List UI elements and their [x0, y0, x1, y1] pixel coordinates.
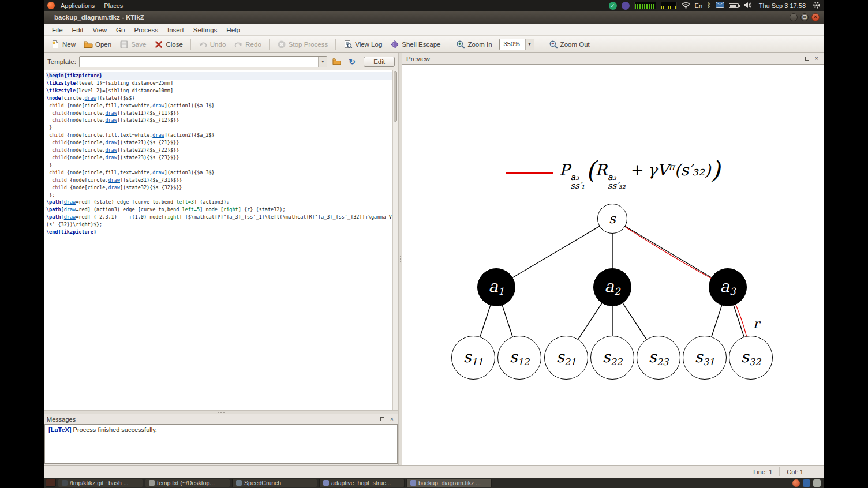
places-menu[interactable]: Places — [99, 2, 128, 9]
indicator-applet-icon[interactable] — [622, 2, 630, 10]
taskbar-item[interactable]: backup_diagram.tikz ... — [406, 479, 492, 487]
new-label: New — [62, 41, 76, 48]
taskbar-item[interactable]: SpeedCrunch — [232, 479, 317, 487]
code-line-10[interactable]: child{node[circle,draw](state21){$s_{21}… — [46, 139, 392, 147]
code-line-8[interactable]: } — [46, 124, 392, 132]
code-line-15[interactable]: child {node[circle,draw](state31){$s_{31… — [46, 177, 392, 184]
toolbar-separator — [541, 39, 541, 50]
toolbar-separator — [269, 39, 270, 50]
taskbar-icon-3[interactable] — [813, 479, 821, 487]
open-button[interactable]: Open — [80, 38, 115, 51]
scrollbar-thumb[interactable] — [394, 71, 397, 122]
zoomout-button[interactable]: Zoom Out — [545, 38, 593, 51]
template-reload-icon[interactable]: ↻ — [346, 55, 358, 68]
preview-close-icon[interactable]: × — [813, 55, 820, 62]
messages-close-icon[interactable]: × — [388, 416, 395, 423]
mail-icon[interactable] — [716, 2, 724, 9]
messages-panel: Messages × [LaTeX] Process finished succ… — [44, 414, 398, 465]
menu-insert[interactable]: Insert — [163, 26, 189, 34]
taskbar-item-label: backup_diagram.tikz ... — [418, 479, 481, 486]
template-dropdown-arrow[interactable]: ▾ — [318, 57, 327, 67]
taskbar-icon-1[interactable] — [792, 479, 800, 487]
code-line-1[interactable]: \begin{tikzpicture} — [46, 72, 392, 80]
code-line-11[interactable]: child{node[circle,draw](state22){$s_{22}… — [46, 147, 392, 154]
code-line-20[interactable]: \path[draw=red] (-2.3,1) -- +(1,0) node[… — [46, 213, 392, 221]
code-line-5[interactable]: child {node[circle,fill,text=white,draw]… — [46, 102, 392, 110]
code-line-16[interactable]: child {node[circle,draw](state32){$s_{32… — [46, 184, 392, 192]
save-label: Save — [131, 41, 146, 48]
code-line-3[interactable]: \tikzstyle{level 2}=[sibling distance=10… — [46, 87, 392, 95]
volume-icon[interactable] — [743, 2, 752, 10]
maximize-button[interactable]: ▢ — [800, 13, 809, 21]
code-editor[interactable]: \begin{tikzpicture}\tikzstyle{level 1}=[… — [44, 70, 398, 410]
menu-settings[interactable]: Settings — [189, 26, 222, 34]
template-edit-button[interactable]: Edit — [364, 57, 395, 67]
editor-preview-splitter[interactable] — [398, 53, 402, 465]
messages-float-icon[interactable] — [379, 416, 386, 423]
menu-help[interactable]: Help — [222, 26, 245, 34]
zoomin-button[interactable]: Zoom In — [452, 38, 495, 51]
menu-bar: FileEditViewGoProcessInsertSettingsHelp — [44, 24, 824, 36]
window-titlebar[interactable]: backup_diagram.tikz - KTikZ – ▢ × — [44, 11, 824, 24]
template-combobox[interactable]: ▾ — [79, 56, 327, 67]
minimize-button[interactable]: – — [790, 13, 798, 21]
tree-node-s32: s32 — [729, 336, 773, 380]
main-area: Template: ▾ ↻ Edit \begin{tikzpicture}\t… — [44, 53, 824, 465]
editor-vertical-scrollbar[interactable] — [392, 70, 398, 410]
code-line-18[interactable]: \path[draw=red] (state) edge [curve to,b… — [46, 198, 392, 206]
open-icon — [84, 40, 93, 49]
zoom-dropdown-arrow[interactable]: ▾ — [525, 39, 534, 50]
menu-process[interactable]: Process — [129, 26, 163, 34]
editor-messages-splitter[interactable] — [44, 410, 398, 414]
taskbar-item[interactable]: adaptive_hopf_struc... — [319, 479, 405, 487]
panel-clock[interactable]: Thu Sep 3 17:58 — [757, 2, 808, 9]
code-line-21[interactable]: (s'_{32})\right)$}; — [46, 221, 392, 228]
preview-canvas[interactable]: r sa1a2a3s11s12s21s22s23s31s32 Pa₃ss′₁(R… — [402, 64, 824, 465]
code-line-22[interactable]: \end{tikzpicture} — [46, 228, 392, 236]
preview-float-icon[interactable] — [803, 55, 810, 62]
template-browse-button[interactable] — [330, 55, 343, 68]
viewlog-button[interactable]: View Log — [340, 38, 386, 51]
shellescape-icon — [390, 40, 399, 49]
keyboard-layout-indicator[interactable]: En — [695, 2, 702, 9]
menu-view[interactable]: View — [88, 26, 111, 34]
toolbar-separator — [335, 39, 336, 50]
code-line-17[interactable]: }; — [46, 192, 392, 199]
code-line-6[interactable]: child{node[circle,draw](state11){$s_{11}… — [46, 110, 392, 117]
code-line-19[interactable]: \path[draw=red] (action3) edge [curve to… — [46, 206, 392, 213]
update-ok-icon[interactable]: ✓ — [609, 2, 617, 10]
code-line-13[interactable]: } — [46, 162, 392, 169]
bluetooth-icon[interactable]: ᛒ — [707, 2, 711, 9]
taskbar-item-label: adaptive_hopf_struc... — [331, 479, 391, 486]
shellescape-button[interactable]: Shell Escape — [387, 38, 444, 51]
show-desktop-button[interactable] — [46, 479, 56, 487]
code-line-4[interactable]: \node[circle,draw](state){$s$} — [46, 95, 392, 102]
session-gear-icon[interactable] — [813, 1, 821, 10]
code-line-2[interactable]: \tikzstyle{level 1}=[sibling distance=25… — [46, 80, 392, 87]
zoom-level-value: 350% — [500, 39, 525, 50]
code-line-7[interactable]: child{node[circle,draw](state12){$s_{12}… — [46, 117, 392, 124]
menu-go[interactable]: Go — [111, 26, 129, 34]
menu-edit[interactable]: Edit — [68, 26, 88, 34]
network-monitor-applet[interactable] — [661, 2, 677, 9]
wifi-icon[interactable] — [682, 1, 690, 10]
new-button[interactable]: New — [47, 38, 79, 51]
taskbar-item[interactable]: temp.txt (~/Desktop... — [145, 479, 230, 487]
undo-button: Undo — [195, 38, 230, 51]
zoom-level-combobox[interactable]: 350%▾ — [499, 39, 534, 50]
ubuntu-logo-icon[interactable] — [47, 2, 55, 9]
taskbar-icon-2[interactable] — [803, 479, 810, 487]
applications-menu[interactable]: Applications — [56, 2, 99, 9]
cpu-monitor-applet[interactable] — [634, 2, 656, 9]
code-area[interactable]: \begin{tikzpicture}\tikzstyle{level 1}=[… — [44, 70, 392, 410]
close-window-button[interactable]: × — [811, 13, 820, 21]
code-line-9[interactable]: child {node[circle,fill,text=white,draw]… — [46, 132, 392, 139]
ktikz-document-icon — [410, 480, 416, 486]
taskbar-item[interactable]: /tmp/ktikz.git : bash ... — [58, 479, 143, 487]
close-button[interactable]: Close — [151, 38, 186, 51]
code-line-12[interactable]: child{node[circle,draw](state23){$s_{23}… — [46, 154, 392, 162]
battery-icon[interactable] — [729, 3, 739, 8]
tree-node-a1: a1 — [477, 268, 515, 306]
code-line-14[interactable]: child {node[circle,fill,text=white,draw]… — [46, 169, 392, 177]
menu-file[interactable]: File — [47, 26, 68, 34]
